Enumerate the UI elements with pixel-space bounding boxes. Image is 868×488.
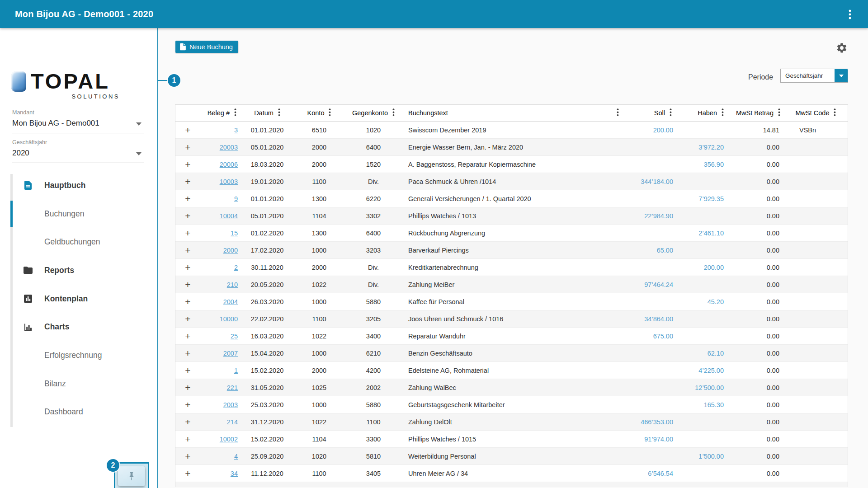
expand-row-button[interactable]: + [185, 126, 190, 135]
table-row[interactable]: + 25 16.03.2020 1022 3400 Reparatur Wand… [175, 328, 848, 345]
column-menu-icon[interactable] [278, 108, 280, 117]
expand-row-button[interactable]: + [185, 177, 190, 186]
sidebar-item-hauptbuch[interactable]: Hauptbuch [0, 171, 157, 200]
expand-row-button[interactable]: + [185, 263, 190, 272]
table-row[interactable]: + 15 01.02.2020 1300 6400 Rückbuchung Ab… [175, 225, 848, 242]
column-header-soll[interactable]: Soll [623, 108, 675, 117]
sidebar-item-dashboard[interactable]: Dashboard [0, 398, 157, 427]
table-row[interactable]: + 9 01.01.2020 1300 6220 Generali Versic… [175, 190, 848, 207]
chevron-down-icon[interactable] [136, 122, 142, 126]
column-header-datum[interactable]: Datum [240, 108, 294, 117]
sidebar-item-charts[interactable]: Charts [0, 313, 157, 341]
expand-row-button[interactable]: + [185, 194, 190, 203]
expand-row-button[interactable]: + [185, 211, 190, 221]
table-row[interactable]: + 34 11.12.2020 1100 3405 Uhren Meier AG… [175, 465, 848, 482]
table-row[interactable]: + 20003 05.01.2020 2000 6400 Energie Was… [175, 139, 848, 156]
column-header-mwst-betrag[interactable]: MwSt Betrag [727, 108, 784, 117]
gear-icon[interactable] [836, 42, 848, 54]
column-header-beleg[interactable]: Beleg # [200, 108, 240, 117]
column-menu-icon[interactable] [329, 108, 331, 117]
beleg-link[interactable]: 10003 [220, 178, 238, 185]
table-row[interactable]: + 2003 25.03.2020 1000 5880 Geburtstagsg… [175, 396, 848, 413]
beleg-link[interactable]: 2 [234, 264, 238, 271]
table-row[interactable]: + 1 15.02.2020 2000 4200 Edelsteine AG, … [175, 362, 848, 379]
expand-row-button[interactable]: + [185, 469, 190, 478]
beleg-link[interactable]: 221 [227, 384, 238, 391]
column-header-buchungstext[interactable]: Buchungstext [403, 108, 623, 117]
table-row[interactable]: + 2 30.11.2020 2000 Div. Kreditkartenabr… [175, 259, 848, 276]
geschaeftsjahr-select[interactable]: Geschäftsjahr 2020 [12, 139, 144, 163]
beleg-link[interactable]: 4 [234, 453, 238, 460]
beleg-link[interactable]: 10002 [220, 436, 238, 443]
table-row[interactable]: + 20006 18.03.2020 2000 1520 A. Baggenst… [175, 156, 848, 173]
sidebar-item-geldbuchungen[interactable]: Geldbuchungen [0, 228, 157, 256]
sidebar-item-buchungen[interactable]: Buchungen [0, 200, 157, 228]
beleg-link[interactable]: 34 [231, 470, 238, 477]
column-menu-icon[interactable] [834, 108, 836, 117]
column-header-haben[interactable]: Haben [675, 108, 727, 117]
column-menu-icon[interactable] [722, 108, 724, 117]
sidebar-item-bilanz[interactable]: Bilanz [0, 370, 157, 398]
column-header-konto[interactable]: Konto [294, 108, 344, 117]
expand-row-button[interactable]: + [185, 143, 190, 152]
table-row[interactable]: + 10004 05.01.2020 1104 3302 Phillips Wa… [175, 207, 848, 225]
column-header-gegenkonto[interactable]: Gegenkonto [344, 108, 403, 117]
expand-row-button[interactable]: + [185, 486, 190, 488]
table-row[interactable]: + 2004 26.03.2020 1000 5880 Kaffee für P… [175, 293, 848, 310]
mandant-select[interactable]: Mandant Mon Bijou AG - Demo001 [12, 109, 144, 133]
table-row[interactable]: + 10003 19.01.2020 1100 Div. Paca Schmuc… [175, 173, 848, 190]
beleg-link[interactable]: 210 [227, 281, 238, 288]
table-row[interactable]: + 2000 17.02.2020 1000 3203 Barverkauf P… [175, 242, 848, 259]
expand-row-button[interactable]: + [185, 349, 190, 358]
sidebar-item-erfolgsrechnung[interactable]: Erfolgsrechnung [0, 341, 157, 370]
expand-row-button[interactable]: + [185, 229, 190, 238]
beleg-link[interactable]: 14 [231, 487, 238, 488]
expand-row-button[interactable]: + [185, 297, 190, 306]
beleg-link[interactable]: 214 [227, 418, 238, 426]
table-row[interactable]: + 10002 15.02.2020 1104 3300 Phillips Wa… [175, 431, 848, 448]
beleg-link[interactable]: 10000 [220, 315, 238, 323]
beleg-link[interactable]: 9 [234, 195, 238, 202]
sidebar-item-kontenplan[interactable]: Kontenplan [0, 285, 157, 313]
pin-sidebar-button[interactable] [118, 466, 145, 486]
overflow-menu-icon[interactable] [845, 9, 854, 19]
table-row[interactable]: + 10000 22.02.2020 1100 3205 Joos Uhren … [175, 310, 848, 328]
beleg-link[interactable]: 10004 [220, 212, 238, 220]
expand-row-button[interactable]: + [185, 452, 190, 461]
expand-row-button[interactable]: + [185, 332, 190, 341]
column-menu-icon[interactable] [778, 108, 780, 117]
beleg-link[interactable]: 2007 [223, 350, 238, 357]
beleg-link[interactable]: 20006 [220, 161, 238, 168]
expand-row-button[interactable]: + [185, 280, 190, 289]
column-menu-icon[interactable] [670, 108, 672, 117]
column-menu-icon[interactable] [392, 108, 395, 117]
expand-row-button[interactable]: + [185, 435, 190, 444]
beleg-link[interactable]: 2004 [223, 298, 238, 305]
beleg-link[interactable]: 1 [234, 367, 238, 374]
expand-row-button[interactable]: + [185, 160, 190, 169]
table-row[interactable]: + 4 25.09.2020 1020 5810 Weiterbildung P… [175, 448, 848, 465]
beleg-link[interactable]: 3 [234, 127, 238, 134]
column-header-mwst-code[interactable]: MwSt Code [784, 108, 848, 117]
sidebar-item-reports[interactable]: Reports [0, 256, 157, 285]
table-row[interactable]: + 14 31.01.2020 1300 6400 Abgrenzung 2’4… [175, 482, 848, 487]
chevron-down-icon[interactable] [136, 152, 142, 155]
expand-row-button[interactable]: + [185, 314, 190, 324]
table-row[interactable]: + 3 01.01.2020 6510 1020 Swisscom Dezemb… [175, 122, 848, 139]
column-menu-icon[interactable] [234, 108, 236, 117]
table-row[interactable]: + 214 31.12.2020 1022 1100 Zahlung DelOl… [175, 413, 848, 431]
beleg-link[interactable]: 2000 [223, 247, 238, 254]
expand-row-button[interactable]: + [185, 366, 190, 375]
beleg-link[interactable]: 25 [231, 333, 238, 340]
beleg-link[interactable]: 15 [231, 230, 238, 237]
table-row[interactable]: + 221 31.05.2020 1025 2002 Zahlung WalBe… [175, 379, 848, 396]
table-row[interactable]: + 210 20.05.2020 1022 Div. Zahlung MeiBe… [175, 276, 848, 293]
neue-buchung-button[interactable]: Neue Buchung [175, 41, 238, 53]
periode-dropdown[interactable]: Geschäftsjahr [780, 69, 848, 83]
expand-row-button[interactable]: + [185, 383, 190, 392]
beleg-link[interactable]: 20003 [220, 144, 238, 151]
column-menu-icon[interactable] [617, 108, 619, 117]
expand-row-button[interactable]: + [185, 400, 190, 409]
expand-row-button[interactable]: + [185, 418, 190, 427]
beleg-link[interactable]: 2003 [223, 401, 238, 408]
